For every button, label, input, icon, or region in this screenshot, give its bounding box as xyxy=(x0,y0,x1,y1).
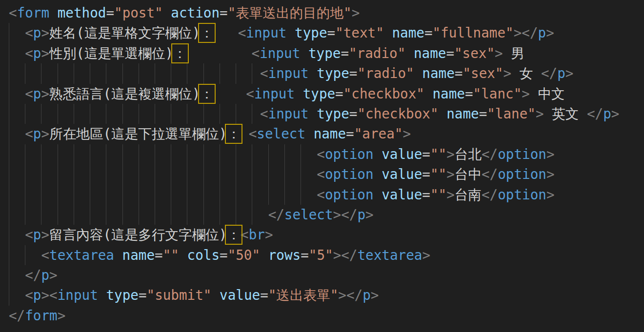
code-token-punctuation: > xyxy=(58,308,66,324)
indent-guide xyxy=(106,144,106,164)
code-token-tag: option xyxy=(498,146,546,162)
indent-guide xyxy=(301,185,301,205)
code-token-attribute: rows xyxy=(268,247,301,263)
code-token-string: "表單送出的目的地" xyxy=(228,5,352,21)
code-line: </select></p> xyxy=(9,205,644,225)
code-token-text: 台南 xyxy=(455,187,482,203)
code-line: <p>性別(這是單選欄位)： <input type="radio" name=… xyxy=(9,43,644,63)
code-token-equals: = xyxy=(455,65,463,81)
code-token-string: "" xyxy=(430,166,446,182)
code-token-tag: option xyxy=(498,166,546,182)
code-token-punctuation: </ xyxy=(482,146,498,162)
indent-guide xyxy=(9,185,9,205)
indent-guide xyxy=(171,104,171,124)
code-line: </p> xyxy=(9,265,644,285)
code-token-tag: p xyxy=(33,45,41,61)
code-token-tag: option xyxy=(498,187,546,203)
indent-guide xyxy=(9,205,9,225)
code-token-attribute: method xyxy=(58,5,106,21)
code-token-punctuation: < xyxy=(260,65,268,81)
code-line: <option value="">台北</option> xyxy=(9,144,644,164)
code-token-string: "sex" xyxy=(463,65,503,81)
code-token-equals: = xyxy=(422,146,430,162)
indent-guide xyxy=(301,144,301,164)
indent-guide xyxy=(41,164,41,184)
code-token-text xyxy=(114,247,122,263)
code-token-punctuation: < xyxy=(25,287,33,303)
indent-guide xyxy=(106,104,106,124)
unicode-highlight-colon: ： xyxy=(227,227,241,243)
indent-guide xyxy=(236,104,236,124)
code-token-punctuation: </ xyxy=(341,247,357,263)
indent-guide xyxy=(236,63,236,83)
code-token-punctuation: </ xyxy=(9,308,25,324)
code-token-tag: p xyxy=(557,65,565,81)
code-token-attribute: type xyxy=(317,65,349,81)
code-token-text xyxy=(374,187,382,203)
indent-guide xyxy=(58,205,58,225)
code-token-punctuation: > xyxy=(371,287,379,303)
indent-guide xyxy=(25,245,25,265)
code-token-string: "送出表單" xyxy=(268,287,339,303)
code-token-string: "" xyxy=(163,247,179,263)
indent-guide xyxy=(139,63,139,83)
code-token-punctuation: > xyxy=(495,45,503,61)
code-line: <form method="post" action="表單送出的目的地"> xyxy=(9,3,644,23)
indent-guide xyxy=(41,144,41,164)
indent-guide xyxy=(90,63,90,83)
indent-guide xyxy=(236,205,236,225)
code-token-text xyxy=(414,65,423,81)
code-line: <p>姓名(這是單格文字欄位)： <input type="text" name… xyxy=(9,23,644,43)
code-token-equals: = xyxy=(465,86,473,102)
indent-guide xyxy=(74,205,74,225)
code-token-string: "checkbox" xyxy=(343,86,424,102)
indent-guide xyxy=(90,205,90,225)
code-token-punctuation: > xyxy=(503,65,511,81)
code-token-tag: select xyxy=(257,126,305,142)
indent-guide xyxy=(171,144,171,164)
indent-guide xyxy=(155,104,155,124)
code-token-text xyxy=(405,45,414,61)
code-token-punctuation: </ xyxy=(346,287,362,303)
indent-guide xyxy=(171,63,171,83)
indent-guide xyxy=(284,144,285,164)
code-token-string: "fullname" xyxy=(433,25,514,41)
code-token-attribute: name xyxy=(433,86,465,102)
code-token-tag: p xyxy=(33,86,41,102)
indent-guide xyxy=(25,104,25,124)
code-token-string: "text" xyxy=(335,25,384,41)
code-token-text: 性別(這是單選欄位) xyxy=(49,45,173,61)
code-token-string: "post" xyxy=(114,5,163,21)
code-token-text xyxy=(300,45,308,61)
code-editor[interactable]: <form method="post" action="表單送出的目的地"> <… xyxy=(0,0,644,332)
indent-guide xyxy=(41,185,41,205)
code-token-attribute: name xyxy=(314,126,346,142)
code-token-punctuation: < xyxy=(25,227,33,243)
code-token-attribute: name xyxy=(414,45,446,61)
indent-guide xyxy=(58,104,58,124)
indent-guide xyxy=(41,205,41,225)
code-token-text xyxy=(49,5,58,21)
indent-guide xyxy=(171,185,171,205)
code-token-equals: = xyxy=(346,126,354,142)
code-line: <option value="">台中</option> xyxy=(9,164,644,184)
code-token-tag: p xyxy=(357,207,365,223)
code-token-punctuation: < xyxy=(317,187,325,203)
code-token-punctuation: < xyxy=(25,126,33,142)
code-token-punctuation: > xyxy=(49,267,58,283)
code-line: <p>熟悉語言(這是複選欄位)： <input type="checkbox" … xyxy=(9,84,644,104)
indent-guide xyxy=(41,63,41,83)
code-token-punctuation: > xyxy=(333,247,342,263)
indent-guide xyxy=(58,164,58,184)
code-token-text: 男 xyxy=(503,45,524,61)
indent-guide xyxy=(139,164,139,184)
unicode-highlight-colon: ： xyxy=(173,45,187,61)
code-token-punctuation: </ xyxy=(268,207,284,223)
indent-guide xyxy=(122,164,123,184)
code-token-punctuation: < xyxy=(317,146,325,162)
code-token-punctuation: > xyxy=(536,106,544,122)
code-token-equals: = xyxy=(422,187,430,203)
code-token-text xyxy=(163,5,171,21)
indent-guide xyxy=(106,63,106,83)
indent-guide xyxy=(139,104,139,124)
